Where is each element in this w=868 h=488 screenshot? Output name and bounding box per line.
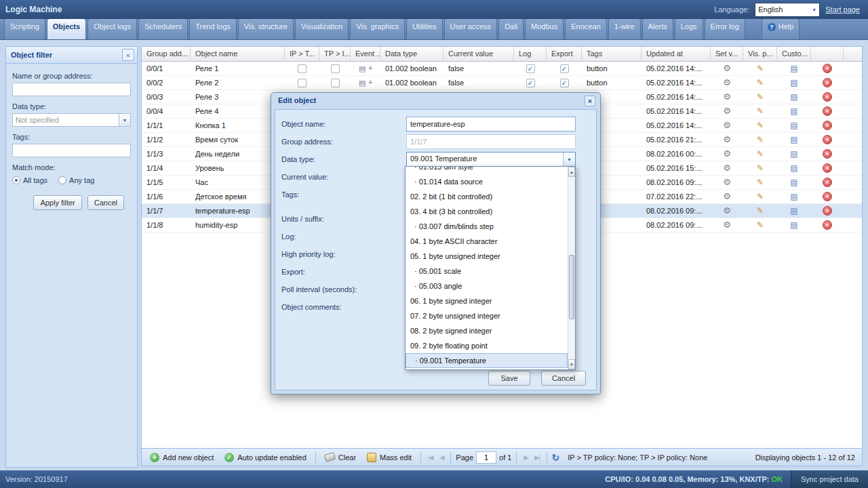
vis-params-edit-icon[interactable]: ✎ [757,204,764,218]
tab-1-wire[interactable]: 1-wire [608,19,641,39]
tab-error-log[interactable]: Error log [705,19,745,39]
column-header[interactable]: Tags [582,47,642,62]
set-value-gear-icon[interactable]: ⚙ [723,76,731,89]
dropdown-scrollbar[interactable]: ▲ ▼ [568,167,575,369]
dropdown-option[interactable]: · 01.013 dim style [406,167,568,174]
tab-objects[interactable]: Objects [47,19,86,39]
delete-icon[interactable]: × [823,121,832,130]
event-add-icon[interactable]: + [368,76,372,89]
set-value-gear-icon[interactable]: ⚙ [723,133,731,146]
mass-edit-button[interactable]: Mass edit [363,451,416,464]
cancel-button[interactable]: Cancel [541,371,586,386]
scroll-down-icon[interactable]: ▼ [568,359,575,369]
custom-values-doc-icon[interactable]: ▤ [790,147,797,161]
page-input[interactable] [476,451,496,464]
dropdown-option[interactable]: · 05.003 angle [406,279,568,293]
event-script-icon[interactable]: ▤ [359,76,366,89]
ip-tp-checkbox[interactable] [298,79,307,87]
apply-filter-button[interactable]: Apply filter [33,195,81,210]
all-tags-radio[interactable]: All tags [12,176,47,184]
tp-ip-checkbox[interactable] [331,64,340,73]
language-select[interactable]: English ▼ [755,3,820,17]
custom-values-doc-icon[interactable]: ▤ [790,76,797,89]
dropdown-option[interactable]: 07. 2 byte unsigned integer [406,308,568,323]
name-filter-input[interactable] [12,83,131,96]
set-value-gear-icon[interactable]: ⚙ [723,161,731,175]
vis-params-edit-icon[interactable]: ✎ [757,133,764,146]
vis-params-edit-icon[interactable]: ✎ [757,218,764,232]
delete-icon[interactable]: × [823,92,832,102]
tab-enocean[interactable]: Enocean [565,19,606,39]
first-page-icon[interactable]: |◀ [426,454,435,461]
scroll-up-icon[interactable]: ▲ [568,167,575,177]
custom-values-doc-icon[interactable]: ▤ [790,176,797,189]
vis-params-edit-icon[interactable]: ✎ [757,104,764,118]
set-value-gear-icon[interactable]: ⚙ [723,104,731,118]
dropdown-option[interactable]: 02. 2 bit (1 bit controlled) [406,189,568,204]
dropdown-option[interactable]: 09. 2 byte floating point [406,338,568,353]
table-row[interactable]: 0/0/1Реле 1▤+01.002 booleanfalse✓✓button… [142,62,862,76]
save-button[interactable]: Save [488,371,530,386]
delete-icon[interactable]: × [823,206,832,216]
event-script-icon[interactable]: ▤ [359,62,366,75]
vis-params-edit-icon[interactable]: ✎ [757,147,764,161]
vis-params-edit-icon[interactable]: ✎ [757,161,764,175]
clear-button[interactable]: Clear [321,451,360,464]
dropdown-option[interactable]: · 03.007 dim/blinds step [406,219,568,234]
export-checkbox[interactable]: ✓ [560,79,569,87]
tab-help[interactable]: ?Help [762,19,800,39]
set-value-gear-icon[interactable]: ⚙ [723,190,731,203]
set-value-gear-icon[interactable]: ⚙ [723,119,731,132]
delete-icon[interactable]: × [823,192,832,201]
chevron-down-icon[interactable]: ▼ [563,152,575,166]
set-value-gear-icon[interactable]: ⚙ [723,62,731,75]
custom-values-doc-icon[interactable]: ▤ [790,104,797,118]
vis-params-edit-icon[interactable]: ✎ [757,176,764,189]
tab-dali[interactable]: Dali [498,19,524,39]
start-page-link[interactable]: Start page [825,5,860,14]
column-header[interactable]: Data type [380,47,443,62]
column-header[interactable]: Set v... [711,47,743,62]
tab-vis-structure[interactable]: Vis. structure [238,19,294,39]
custom-values-doc-icon[interactable]: ▤ [790,62,797,75]
auto-update-button[interactable]: ✓ Auto update enabled [220,451,311,464]
tp-ip-checkbox[interactable] [331,79,340,87]
tab-trend-logs[interactable]: Trend logs [189,19,237,39]
ip-tp-checkbox[interactable] [298,64,307,73]
scrollbar-thumb[interactable] [569,255,574,319]
column-header[interactable]: Event ... [351,47,380,62]
refresh-icon[interactable]: ↻ [552,452,560,463]
tab-utilities[interactable]: Utilities [406,19,442,39]
add-new-object-button[interactable]: + Add new object [146,451,218,464]
delete-icon[interactable]: × [823,220,832,230]
vis-params-edit-icon[interactable]: ✎ [757,76,764,89]
tab-alerts[interactable]: Alerts [642,19,673,39]
delete-icon[interactable]: × [823,78,832,87]
column-header[interactable] [811,47,844,62]
vis-params-edit-icon[interactable]: ✎ [757,119,764,132]
set-value-gear-icon[interactable]: ⚙ [723,90,731,104]
export-checkbox[interactable]: ✓ [560,64,569,73]
column-header[interactable]: IP > T... [285,47,319,62]
prev-page-icon[interactable]: ◀ [437,454,446,461]
column-header[interactable]: Current value [443,47,514,62]
set-value-gear-icon[interactable]: ⚙ [723,147,731,161]
column-header[interactable]: Custo... [777,47,811,62]
object-name-input[interactable] [406,117,576,131]
dropdown-option[interactable]: 03. 4 bit (3 bit controlled) [406,204,568,219]
column-header[interactable]: TP > I... [319,47,351,62]
delete-icon[interactable]: × [823,135,832,144]
dropdown-option[interactable]: 08. 2 byte signed integer [406,323,568,338]
log-checkbox[interactable]: ✓ [526,64,535,73]
data-type-combo[interactable]: 09.001 Temperature ▼ [406,152,576,167]
column-header[interactable]: Vis. p... [743,47,777,62]
collapse-panel-icon[interactable]: « [122,49,134,61]
delete-icon[interactable]: × [823,178,832,187]
tab-scripting[interactable]: Scripting [4,19,45,39]
event-add-icon[interactable]: + [368,62,372,75]
dropdown-option[interactable]: 06. 1 byte signed integer [406,293,568,308]
tags-filter-input[interactable] [12,144,131,157]
tab-schedulers[interactable]: Schedulers [138,19,188,39]
custom-values-doc-icon[interactable]: ▤ [790,90,797,104]
set-value-gear-icon[interactable]: ⚙ [723,204,731,218]
